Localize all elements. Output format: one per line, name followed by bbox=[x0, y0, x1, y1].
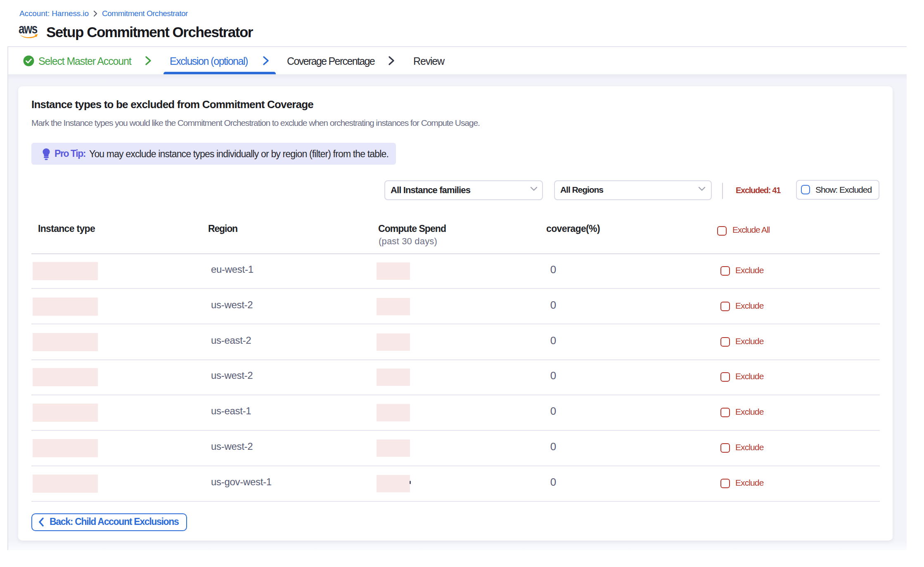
svg-text:aws: aws bbox=[19, 24, 38, 36]
